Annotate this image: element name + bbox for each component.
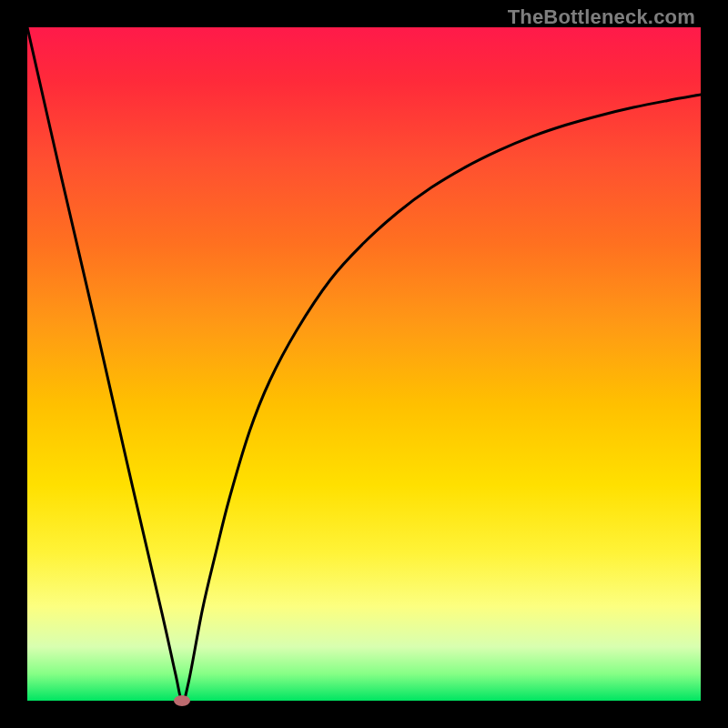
bottleneck-curve-path xyxy=(27,27,701,701)
watermark-text: TheBottleneck.com xyxy=(508,5,695,29)
chart-frame: TheBottleneck.com xyxy=(0,0,728,728)
curve-svg xyxy=(27,27,701,701)
min-marker xyxy=(174,695,190,706)
plot-area xyxy=(27,27,701,701)
